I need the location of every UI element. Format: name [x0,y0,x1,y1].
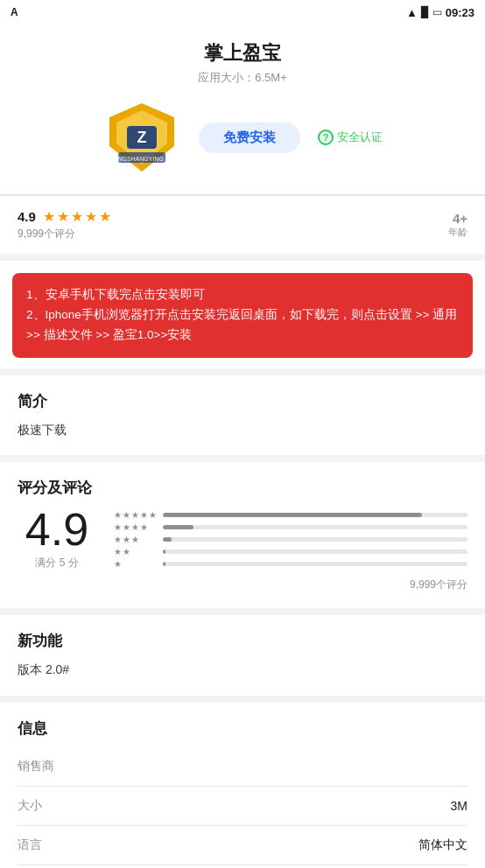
bar-row-2: ★★★★ [114,522,467,532]
info-row-2: 大小 3M [18,787,467,826]
notice-section: 1、安卓手机下载完点击安装即可 2、Iphone手机浏览器打开点击安装完返回桌面… [0,261,485,375]
bar-track-3 [163,537,467,542]
install-button[interactable]: 免费安装 [199,122,300,153]
ratings-section: 评分及评论 4.9 满分 5 分 ★★★★★ ★★★★ ★★★ ★★ ★ [0,462,485,615]
bar-row-3: ★★★ [114,535,467,544]
bar-fill-4 [163,550,165,554]
app-header: 掌上盈宝 应用大小：6.5M+ Z ZHANGSHANGYING BAO 免费安… [0,24,485,195]
bar-track-2 [163,525,467,529]
bar-fill-2 [163,525,193,529]
bar-stars-2: ★★★★ [114,522,158,532]
star-5: ★ [99,208,111,225]
info-key-1: 销售商 [18,759,54,774]
safety-badge[interactable]: ? 安全认证 [318,130,383,145]
svg-text:ZHANGSHANGYING BAO: ZHANGSHANGYING BAO [105,156,179,162]
bar-fill-1 [163,513,422,517]
rating-bar: 4.9 ★ ★ ★ ★ ★ 9,999个评分 4+ 年龄 [0,195,485,261]
info-row-1: 销售商 [18,747,467,787]
bar-row-1: ★★★★★ [114,510,467,520]
bar-stars-3: ★★★ [114,535,158,544]
info-val-2: 3M [451,799,467,813]
svg-text:Z: Z [137,129,147,146]
info-row-3: 语言 简体中文 [18,826,467,865]
notice-box: 1、安卓手机下载完点击安装即可 2、Iphone手机浏览器打开点击安装完返回桌面… [12,273,473,358]
status-right: ▲ ▉ ▭ 09:23 [406,6,474,19]
info-title: 信息 [18,718,467,738]
bar-track-1 [163,513,467,517]
intro-title: 简介 [18,391,467,411]
star-1: ★ [43,208,55,225]
big-score: 4.9 [25,507,88,552]
info-key-3: 语言 [18,837,42,853]
wifi-icon: ▲ [406,6,418,19]
bar-track-5 [163,562,467,566]
info-row-4: 年龄分级 限4岁以上 [18,865,467,868]
notice-line1: 1、安卓手机下载完点击安装即可 [26,285,459,305]
big-score-label: 满分 5 分 [35,556,78,570]
bars-col: ★★★★★ ★★★★ ★★★ ★★ ★ [114,507,467,569]
signal-icon: ▉ [421,6,429,18]
big-score-col: 4.9 满分 5 分 [18,507,96,570]
ratings-total: 9,999个评分 [18,578,467,592]
safety-icon: ? [318,130,334,145]
star-3: ★ [71,208,83,225]
safety-label: 安全认证 [337,130,383,145]
bar-fill-3 [163,537,172,542]
bar-fill-5 [163,562,165,566]
rating-left: 4.9 ★ ★ ★ ★ ★ 9,999个评分 [18,208,111,242]
bar-stars-4: ★★ [114,547,158,556]
info-section: 信息 销售商 大小 3M 语言 简体中文 年龄分级 限4岁以上 [0,703,485,868]
bar-stars-5: ★ [114,559,158,569]
app-logo-wrapper: Z ZHANGSHANGYING BAO [102,98,181,177]
info-val-3: 简体中文 [418,837,467,853]
battery-icon: ▭ [432,6,442,18]
intro-body: 极速下载 [18,420,467,439]
status-app-label: A [11,6,18,18]
age-label: 年龄 [448,226,467,239]
review-count: 9,999个评分 [18,227,111,242]
age-col: 4+ 年龄 [448,211,467,239]
bar-row-5: ★ [114,559,467,569]
app-logo: Z ZHANGSHANGYING BAO [102,98,181,177]
bar-row-4: ★★ [114,547,467,556]
new-features-section: 新功能 版本 2.0# [0,615,485,702]
app-main-row: Z ZHANGSHANGYING BAO 免费安装 ? 安全认证 [18,98,467,177]
app-title: 掌上盈宝 [204,40,281,66]
info-rows: 销售商 大小 3M 语言 简体中文 年龄分级 限4岁以上 [18,747,467,868]
status-bar: A ▲ ▉ ▭ 09:23 [0,0,485,24]
new-features-body: 版本 2.0# [18,660,467,679]
bar-track-4 [163,550,467,554]
ratings-inner: 4.9 满分 5 分 ★★★★★ ★★★★ ★★★ ★★ ★ [18,507,467,570]
star-2: ★ [57,208,69,225]
time-label: 09:23 [446,6,474,19]
new-features-title: 新功能 [18,631,467,651]
notice-line2: 2、Iphone手机浏览器打开点击安装完返回桌面，如下载完，则点击设置 >> 通… [26,305,459,346]
app-size: 应用大小：6.5M+ [198,70,287,86]
age-badge: 4+ [448,211,467,226]
ratings-title: 评分及评论 [18,478,467,498]
intro-section: 简介 极速下载 [0,375,485,462]
star-4: ★ [85,208,97,225]
rating-score: 4.9 [18,209,36,224]
bar-stars-1: ★★★★★ [114,510,158,520]
stars-row: ★ ★ ★ ★ ★ [43,208,111,225]
info-key-2: 大小 [18,798,42,814]
